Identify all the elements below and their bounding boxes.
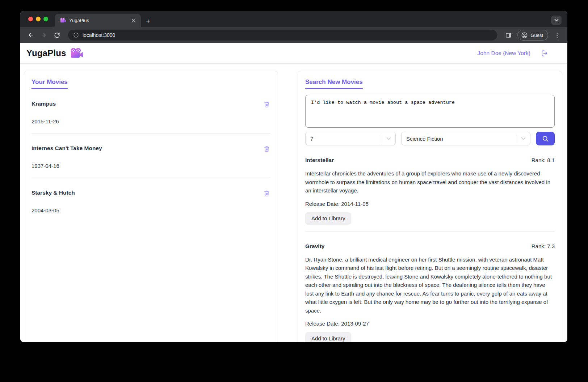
result-movie-title: Interstellar bbox=[305, 157, 334, 164]
result-rank: Rank: 8.1 bbox=[532, 157, 555, 163]
main-content: Your Movies Krampus 2015-11-26 bbox=[20, 64, 567, 342]
reload-button[interactable] bbox=[51, 30, 62, 41]
browser-menu-button[interactable]: ⋮ bbox=[552, 31, 562, 39]
app-title: YugaPlus bbox=[26, 48, 66, 58]
side-panel-icon bbox=[505, 32, 512, 39]
tab-favicon-movie-camera-icon bbox=[60, 18, 66, 23]
movie-camera-logo-icon bbox=[70, 48, 83, 59]
result-header: Interstellar Rank: 8.1 bbox=[305, 157, 555, 164]
app-header: YugaPlus bbox=[20, 43, 567, 64]
logout-button[interactable] bbox=[540, 49, 548, 58]
search-icon bbox=[542, 135, 549, 143]
add-to-library-button[interactable]: Add to Library bbox=[305, 332, 351, 342]
search-controls: 7 Science Fiction bbox=[305, 132, 555, 145]
library-movie-row: Starsky & Hutch bbox=[32, 190, 270, 197]
forward-button[interactable] bbox=[38, 30, 49, 41]
user-area: John Doe (New York) bbox=[478, 49, 561, 58]
desktop-background: YugaPlus ✕ + bbox=[0, 0, 588, 382]
movie-release-date: 2015-11-26 bbox=[32, 118, 270, 124]
web-page: YugaPlus bbox=[20, 43, 567, 342]
reload-icon bbox=[54, 32, 60, 39]
movie-title: Internes Can't Take Money bbox=[32, 145, 102, 152]
back-arrow-icon bbox=[27, 31, 34, 39]
app-brand: YugaPlus bbox=[26, 48, 83, 59]
tab-close-icon[interactable]: ✕ bbox=[130, 17, 137, 24]
trash-icon bbox=[263, 145, 270, 153]
search-result: Gravity Rank: 7.3 Dr. Ryan Stone, a bril… bbox=[305, 243, 555, 343]
movie-title: Krampus bbox=[32, 101, 56, 107]
back-button[interactable] bbox=[25, 30, 36, 41]
result-count-value: 7 bbox=[310, 136, 382, 142]
minimize-window-button[interactable] bbox=[36, 17, 41, 21]
window-controls bbox=[20, 11, 55, 27]
browser-tab[interactable]: YugaPlus ✕ bbox=[55, 14, 141, 27]
result-description: Dr. Ryan Stone, a brilliant medical engi… bbox=[305, 255, 555, 315]
close-window-button[interactable] bbox=[28, 17, 33, 21]
browser-toolbar: localhost:3000 Guest ⋮ bbox=[20, 27, 567, 43]
result-release-date: Release Date: 2013-09-27 bbox=[305, 321, 555, 327]
tab-search-chevron-button[interactable] bbox=[551, 16, 562, 25]
search-movies-panel: Search New Movies I'd like to watch a mo… bbox=[298, 71, 562, 342]
tab-title: YugaPlus bbox=[69, 18, 126, 23]
library-movie-row: Internes Can't Take Money bbox=[32, 145, 270, 153]
url-text: localhost:3000 bbox=[83, 32, 115, 38]
side-panel-button[interactable] bbox=[503, 30, 514, 41]
result-count-select[interactable]: 7 bbox=[305, 132, 396, 145]
delete-movie-button[interactable] bbox=[263, 190, 270, 197]
select-suffix bbox=[517, 132, 530, 145]
divider bbox=[32, 133, 270, 133]
library-movie-row: Krampus bbox=[32, 101, 270, 108]
movie-title: Starsky & Hutch bbox=[32, 190, 75, 196]
genre-value: Science Fiction bbox=[406, 136, 517, 142]
chevron-down-icon bbox=[554, 19, 559, 22]
browser-window: YugaPlus ✕ + bbox=[20, 11, 567, 342]
search-result: Interstellar Rank: 8.1 Interstellar chro… bbox=[305, 157, 555, 225]
result-release-date: Release Date: 2014-11-05 bbox=[305, 201, 555, 207]
movie-release-date: 2004-03-05 bbox=[32, 207, 270, 213]
guest-profile-label: Guest bbox=[530, 33, 543, 38]
your-movies-title: Your Movies bbox=[32, 78, 68, 89]
movie-release-date: 1937-04-16 bbox=[32, 163, 270, 169]
search-query-input[interactable]: I'd like to watch a movie about a space … bbox=[305, 95, 555, 128]
add-to-library-button[interactable]: Add to Library bbox=[305, 212, 351, 225]
divider bbox=[32, 178, 270, 178]
select-suffix bbox=[382, 132, 395, 145]
chevron-down-icon bbox=[382, 137, 395, 140]
your-movies-panel: Your Movies Krampus 2015-11-26 bbox=[24, 71, 278, 342]
browser-tab-strip: YugaPlus ✕ + bbox=[20, 11, 567, 27]
divider bbox=[305, 231, 555, 232]
new-tab-button[interactable]: + bbox=[141, 17, 150, 27]
delete-movie-button[interactable] bbox=[263, 145, 270, 153]
maximize-window-button[interactable] bbox=[43, 17, 48, 21]
forward-arrow-icon bbox=[40, 31, 47, 39]
address-bar[interactable]: localhost:3000 bbox=[68, 30, 497, 41]
site-info-icon[interactable] bbox=[73, 32, 79, 38]
search-movies-title: Search New Movies bbox=[305, 78, 363, 89]
result-rank: Rank: 7.3 bbox=[532, 243, 555, 249]
browser-profile-button[interactable]: Guest bbox=[517, 30, 548, 41]
result-header: Gravity Rank: 7.3 bbox=[305, 243, 555, 250]
logged-in-user-label: John Doe (New York) bbox=[478, 50, 530, 56]
guest-avatar-icon bbox=[521, 32, 528, 39]
genre-select[interactable]: Science Fiction bbox=[401, 132, 530, 145]
trash-icon bbox=[263, 190, 270, 197]
chevron-down-icon bbox=[517, 137, 530, 140]
delete-movie-button[interactable] bbox=[263, 101, 270, 108]
search-button[interactable] bbox=[536, 132, 555, 145]
result-movie-title: Gravity bbox=[305, 243, 324, 250]
trash-icon bbox=[263, 101, 270, 108]
result-description: Interstellar chronicles the adventures o… bbox=[305, 169, 555, 195]
logout-icon bbox=[540, 49, 548, 58]
